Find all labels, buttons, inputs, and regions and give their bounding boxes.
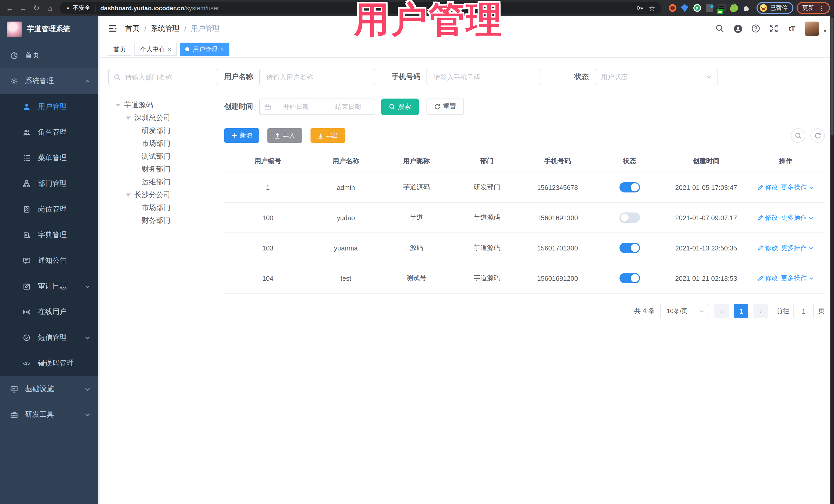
sidebar-item-role-mgmt[interactable]: 角色管理 xyxy=(0,119,100,145)
app-logo[interactable]: 芋道管理系统 xyxy=(0,16,100,43)
browser-forward-icon[interactable]: → xyxy=(17,1,30,15)
tab-close-icon[interactable]: × xyxy=(220,46,224,52)
sidebar-item-menu-mgmt[interactable]: 菜单管理 xyxy=(0,145,100,171)
tree-node[interactable]: 财务部门 xyxy=(108,163,218,176)
profile-paused-badge[interactable]: 已暂停 xyxy=(756,2,793,14)
add-button-label: 新增 xyxy=(240,131,252,140)
more-actions-link[interactable]: 更多操作 xyxy=(781,183,814,192)
export-button[interactable]: 导出 xyxy=(310,128,345,143)
user-avatar[interactable] xyxy=(805,21,819,36)
status-toggle[interactable] xyxy=(619,273,640,283)
font-size-icon[interactable]: tT xyxy=(787,23,797,34)
sidebar-item-dev-tools[interactable]: 研发工具 xyxy=(0,402,100,428)
toggle-search-button[interactable] xyxy=(791,128,805,143)
breadcrumb-system[interactable]: 系统管理 xyxy=(151,24,180,33)
not-secure-chip[interactable]: ▲ 不安全 xyxy=(66,4,91,12)
help-icon[interactable] xyxy=(751,23,761,34)
sidebar-item-notice[interactable]: 通知公告 xyxy=(0,248,100,273)
tree-node[interactable]: 测试部门 xyxy=(108,150,218,163)
page-size-select[interactable]: 10条/页 xyxy=(660,304,709,318)
extension-ublock-icon[interactable] xyxy=(668,4,676,12)
sidebar-item-infrastructure[interactable]: 基础设施 xyxy=(0,376,100,402)
tree-node[interactable]: 市场部门 xyxy=(108,201,218,214)
import-button-label: 导入 xyxy=(283,131,295,140)
tree-node[interactable]: 长沙分公司 xyxy=(108,188,218,201)
extension-tampermonkey-icon[interactable]: on xyxy=(718,4,725,12)
sidebar-item-sms-mgmt[interactable]: 短信管理 xyxy=(0,325,100,351)
github-icon[interactable] xyxy=(733,23,743,34)
header-search-icon[interactable] xyxy=(715,23,725,34)
more-actions-link[interactable]: 更多操作 xyxy=(781,213,814,222)
status-select-placeholder: 用户状态 xyxy=(601,72,628,82)
browser-home-icon[interactable]: ⌂ xyxy=(43,1,57,15)
tree-node[interactable]: 芋道源码 xyxy=(108,98,218,111)
tree-node[interactable]: 深圳总公司 xyxy=(108,111,218,124)
sidebar-fold-icon[interactable] xyxy=(108,24,117,34)
reset-button[interactable]: 重置 xyxy=(426,98,464,115)
scrollbar-thumb[interactable] xyxy=(831,18,833,135)
browser-menu-kebab-icon[interactable]: ⋮ xyxy=(818,4,824,12)
cell-create-time: 2021-01-07 09:07:17 xyxy=(666,214,747,221)
search-button[interactable]: 搜索 xyxy=(381,98,419,115)
import-button[interactable]: 导入 xyxy=(267,128,302,143)
add-button[interactable]: 新增 xyxy=(224,128,259,143)
more-actions-link[interactable]: 更多操作 xyxy=(781,243,814,252)
tree-node[interactable]: 市场部门 xyxy=(108,137,218,150)
extensions-puzzle-icon[interactable] xyxy=(742,4,750,12)
tab-close-icon[interactable]: × xyxy=(168,46,171,52)
edit-link[interactable]: 修改 xyxy=(758,243,778,252)
sidebar-item-home[interactable]: 首页 xyxy=(0,43,100,68)
browser-update-button[interactable]: 更新 ⋮ xyxy=(796,2,830,14)
mobile-input[interactable] xyxy=(433,73,534,81)
tab-user-mgmt[interactable]: 用户管理 × xyxy=(180,43,229,56)
sidebar-item-post-mgmt[interactable]: 岗位管理 xyxy=(0,197,100,222)
browser-back-icon[interactable]: ← xyxy=(3,1,17,15)
sidebar-item-system[interactable]: 系统管理 xyxy=(0,68,100,94)
password-key-icon[interactable] xyxy=(636,4,643,12)
sidebar-item-online-users[interactable]: 在线用户 xyxy=(0,299,100,325)
edit-link[interactable]: 修改 xyxy=(758,213,778,222)
tree-node[interactable]: 财务部门 xyxy=(108,214,218,227)
sidebar-item-dept-mgmt[interactable]: 部门管理 xyxy=(0,171,100,197)
goto-page-input[interactable] xyxy=(793,304,814,318)
username-input[interactable] xyxy=(265,73,369,81)
tab-profile[interactable]: 个人中心 × xyxy=(134,43,177,56)
breadcrumb-home[interactable]: 首页 xyxy=(125,24,139,33)
extension-y-icon[interactable]: y xyxy=(693,4,701,12)
window-scrollbar[interactable] xyxy=(830,16,834,504)
extension-leaf-icon[interactable] xyxy=(730,4,738,12)
tree-node[interactable]: 研发部门 xyxy=(108,124,218,137)
prev-page-button[interactable]: ‹ xyxy=(715,304,729,318)
refresh-table-button[interactable] xyxy=(810,128,825,143)
sidebar-item-user-mgmt[interactable]: 用户管理 xyxy=(0,94,100,119)
status-toggle[interactable] xyxy=(619,213,640,223)
sidebar-item-dict-mgmt[interactable]: 字典管理 xyxy=(0,222,100,248)
fullscreen-icon[interactable] xyxy=(769,23,779,34)
sidebar-scrollbar[interactable] xyxy=(98,16,100,504)
extension-gem-icon[interactable] xyxy=(681,4,688,12)
tab-home[interactable]: 首页 xyxy=(108,43,131,56)
date-range-picker[interactable]: 开始日期 - 结束日期 xyxy=(259,98,375,115)
tree-node[interactable]: 运维部门 xyxy=(108,176,218,188)
tree-caret-icon[interactable] xyxy=(126,193,131,196)
status-toggle[interactable] xyxy=(619,182,640,193)
browser-reload-icon[interactable]: ↻ xyxy=(30,1,43,15)
cell-create-time: 2021-01-21 02:13:53 xyxy=(666,274,747,282)
tree-caret-icon[interactable] xyxy=(115,104,120,107)
tree-caret-icon[interactable] xyxy=(126,116,131,119)
status-select[interactable]: 用户状态 xyxy=(595,69,718,85)
dept-search-input[interactable] xyxy=(124,73,213,81)
avatar-caret-down-icon[interactable]: ▾ xyxy=(824,28,826,34)
sidebar-item-audit-log[interactable]: 审计日志 xyxy=(0,273,100,299)
edit-link[interactable]: 修改 xyxy=(758,274,778,283)
next-page-button[interactable]: › xyxy=(753,304,768,318)
status-toggle[interactable] xyxy=(619,243,640,253)
sidebar-item-error-code[interactable]: </> 错误码管理 xyxy=(0,351,100,376)
current-page-button[interactable]: 1 xyxy=(734,304,748,318)
bookmark-star-icon[interactable]: ☆ xyxy=(649,4,655,12)
edit-link[interactable]: 修改 xyxy=(758,183,778,192)
cell-dept: 芋道源码 xyxy=(453,243,522,253)
more-actions-link[interactable]: 更多操作 xyxy=(781,274,814,283)
extension-grid-icon[interactable] xyxy=(705,4,713,12)
url-text: dashboard.yudao.iocoder.cn/system/user xyxy=(100,4,219,12)
